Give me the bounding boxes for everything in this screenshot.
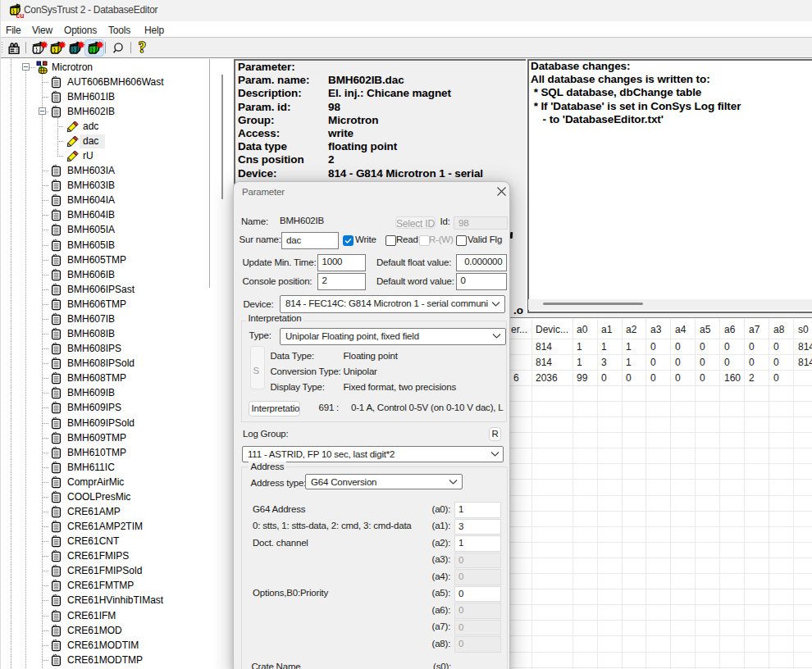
svg-text:cu: cu: [16, 11, 25, 19]
